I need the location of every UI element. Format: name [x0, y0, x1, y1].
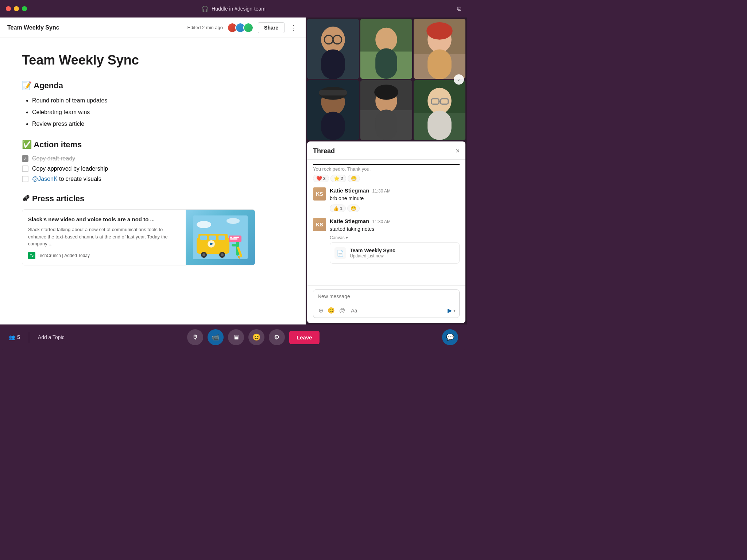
- mention-jasonk[interactable]: @JasonK: [32, 176, 58, 182]
- check-item-2[interactable]: @JasonK to create visuals: [22, 176, 284, 182]
- svg-rect-6: [209, 236, 216, 240]
- reaction-grin-top[interactable]: 😁: [348, 175, 360, 182]
- canvas-ref-info: Team Weekly Sync Updated just now: [350, 248, 395, 258]
- thread-input-box: ⊕ 😊 @ ▶ ▾: [313, 289, 460, 318]
- reactions-1: 👍 1 😁: [330, 205, 460, 212]
- thread-header: Thread ×: [307, 141, 465, 160]
- send-dropdown-button[interactable]: ▾: [453, 308, 456, 313]
- svg-rect-53: [427, 110, 452, 140]
- thread-messages: You rock pedro. Thank you. ❤️ 3 ⭐ 2 😁: [307, 160, 465, 285]
- check-item-done[interactable]: Copy draft ready: [22, 155, 284, 162]
- reaction-grin-2[interactable]: 😁: [347, 205, 360, 212]
- add-content-button[interactable]: ⊕: [317, 306, 325, 315]
- svg-rect-40: [319, 90, 347, 96]
- titlebar-center: 🎧 Huddle in #design-team: [201, 5, 266, 12]
- traffic-lights: [6, 6, 27, 11]
- svg-rect-5: [200, 236, 207, 240]
- canvas-dropdown-icon[interactable]: ▾: [346, 235, 348, 240]
- canvas-edited-time: Edited 2 min ago: [187, 25, 223, 30]
- canvas-heading: Team Weekly Sync: [22, 52, 284, 68]
- svg-rect-24: [321, 49, 345, 79]
- svg-point-35: [426, 22, 453, 40]
- close-button[interactable]: [6, 6, 11, 11]
- controls-right: 💬: [442, 329, 458, 345]
- emoji-button[interactable]: 😊: [326, 306, 336, 315]
- video-tile-1: [307, 19, 359, 79]
- canvas-header: Team Weekly Sync Edited 2 min ago Share …: [0, 18, 306, 38]
- reaction-star-count: 2: [341, 176, 343, 181]
- share-button[interactable]: Share: [258, 22, 285, 33]
- svg-rect-31: [375, 48, 397, 79]
- more-options-button[interactable]: ⋮: [289, 22, 298, 33]
- add-topic-button[interactable]: Add a Topic: [38, 334, 65, 340]
- avatar-initials-1: KS: [313, 187, 326, 201]
- canvas-label: Canvas ▾: [330, 235, 460, 240]
- reaction-star[interactable]: ⭐ 2: [330, 175, 347, 182]
- svg-point-30: [375, 28, 397, 52]
- agenda-list: Round robin of team updates Celebrating …: [32, 96, 284, 128]
- canvas-label-text: Canvas: [330, 235, 345, 240]
- avatar-katie-2: KS: [313, 218, 326, 231]
- maximize-button[interactable]: [22, 6, 27, 11]
- expand-icon[interactable]: ⧉: [457, 5, 461, 12]
- canvas-doc-title: Team Weekly Sync: [7, 24, 183, 31]
- svg-point-11: [221, 253, 224, 256]
- article-title: Slack's new video and voice tools are a …: [28, 215, 180, 223]
- reaction-thumbs[interactable]: 👍 1: [330, 205, 346, 212]
- canvas-avatars: [227, 23, 253, 33]
- reaction-heart-count: 3: [323, 176, 326, 181]
- settings-button[interactable]: ⚙: [269, 329, 285, 345]
- participant-count: 5: [17, 334, 20, 340]
- checkbox-2[interactable]: [22, 176, 28, 182]
- msg-content-1: Katie Stiegman 11:30 AM brb one minute 👍…: [330, 187, 460, 212]
- emoji-react-button[interactable]: 😊: [248, 329, 264, 345]
- article-desc: Slack started talking about a new set of…: [28, 226, 180, 248]
- grin-emoji-2: 😁: [351, 206, 356, 211]
- article-source: Tc TechCrunch | Added Today: [28, 252, 180, 259]
- check-label-done: Copy draft ready: [32, 155, 75, 162]
- list-item: Round robin of team updates: [32, 96, 284, 105]
- minimize-button[interactable]: [14, 6, 19, 11]
- mute-button[interactable]: 🎙: [187, 329, 203, 345]
- new-message-input[interactable]: [313, 290, 459, 303]
- message-1: KS Katie Stiegman 11:30 AM brb one minut…: [313, 187, 460, 212]
- msg-text-1: brb one minute: [330, 195, 460, 202]
- checkbox-1[interactable]: [22, 166, 28, 172]
- thumbs-emoji: 👍: [333, 206, 339, 211]
- thread-close-button[interactable]: ×: [456, 147, 460, 155]
- article-illustration: [193, 215, 248, 259]
- msg-time-2: 11:30 AM: [372, 219, 391, 224]
- right-panel: › Thread × You rock pedro. Thank you. ❤️…: [306, 18, 467, 324]
- mention-button[interactable]: @: [338, 306, 347, 315]
- leave-button[interactable]: Leave: [289, 331, 320, 344]
- thread-panel: Thread × You rock pedro. Thank you. ❤️ 3…: [307, 141, 465, 323]
- video-grid: ›: [306, 18, 467, 141]
- next-video-button[interactable]: ›: [454, 74, 464, 85]
- message-2: KS Katie Stiegman 11:30 AM started takin…: [313, 218, 460, 264]
- divider: [29, 332, 29, 343]
- canvas-ref-card[interactable]: 📄 Team Weekly Sync Updated just now: [330, 242, 460, 264]
- controls-center: 🎙 📹 🖥 😊 ⚙ Leave: [70, 329, 436, 345]
- message-text-input[interactable]: [348, 307, 446, 314]
- input-toolbar: ⊕ 😊 @ ▶ ▾: [313, 303, 459, 318]
- titlebar: 🎧 Huddle in #design-team ⧉: [0, 0, 467, 18]
- svg-rect-46: [375, 110, 397, 140]
- video-button[interactable]: 📹: [208, 329, 224, 345]
- chat-toggle-button[interactable]: 💬: [442, 329, 458, 345]
- huddle-icon: 🎧: [201, 5, 209, 12]
- canvas-ref-icon: 📄: [334, 247, 346, 259]
- check-item-1[interactable]: Copy approved by leadership: [22, 166, 284, 172]
- article-card[interactable]: Slack's new video and voice tools are a …: [22, 209, 255, 265]
- reaction-heart[interactable]: ❤️ 3: [313, 175, 329, 182]
- send-button[interactable]: ▶: [448, 307, 452, 314]
- checkbox-done[interactable]: [22, 155, 28, 162]
- screen-share-button[interactable]: 🖥: [228, 329, 244, 345]
- video-tile-4: [307, 80, 359, 140]
- msg-author-2: Katie Stiegman: [330, 218, 369, 224]
- msg-header-1: Katie Stiegman 11:30 AM: [330, 187, 460, 194]
- svg-point-45: [374, 85, 398, 100]
- video-tile-3: [414, 19, 465, 79]
- checklist: Copy draft ready Copy approved by leader…: [22, 155, 284, 182]
- svg-rect-36: [427, 49, 452, 79]
- svg-rect-21: [230, 238, 237, 240]
